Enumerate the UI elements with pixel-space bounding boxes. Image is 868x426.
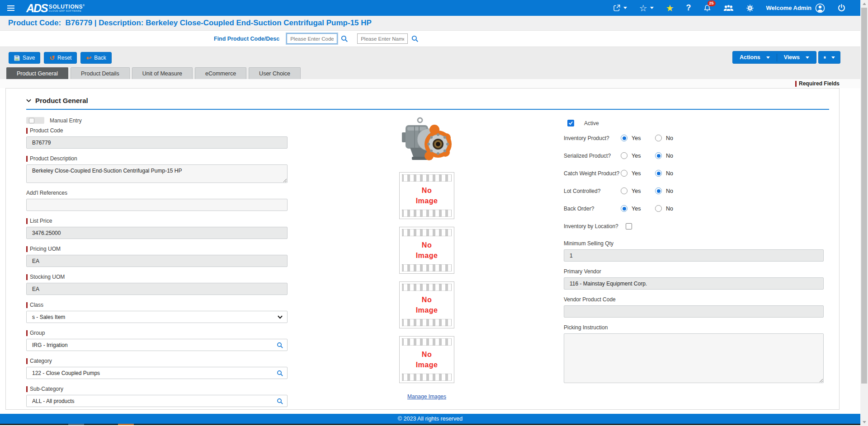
sub-category-field: Sub-Category [26,386,288,407]
product-name-search-input[interactable] [357,33,408,44]
scrollbar-thumb[interactable] [861,8,867,384]
record-buttons: Save ↺ Reset ↩ Back [9,52,112,64]
primary-vendor-input[interactable] [564,277,824,290]
no-image-text: No [422,349,432,360]
scrollbar-up-arrow[interactable] [863,3,866,5]
required-bar-icon [26,358,28,364]
product-code-label: Product Code [30,127,63,134]
picking-instruction-field: Picking Instruction [564,324,824,383]
product-description-textarea[interactable]: Berkeley Close-Coupled End-Suction Centr… [26,164,288,183]
save-floppy-icon [14,55,20,61]
catch-weight-radio-row: Catch Weight Product? Yes No [564,170,824,177]
minimum-selling-qty-field: Minimum Selling Qty [564,240,824,262]
back-order-radio-row: Back Order? Yes No [564,205,824,212]
sub-category-input[interactable] [26,395,288,407]
favorites-star-outline-icon[interactable]: ☆ [639,4,654,12]
image-placeholder-2[interactable]: No Image [399,227,454,274]
favorite-star-icon[interactable]: ★ [666,4,674,12]
product-code-search-input[interactable] [287,33,337,44]
save-button[interactable]: Save [9,52,40,64]
tab-user-choice[interactable]: User Choice [249,67,301,79]
list-price-input[interactable] [26,227,288,239]
no-option-label: No [666,170,684,177]
settings-gear-icon[interactable] [746,4,754,12]
manual-entry-checkbox[interactable] [26,117,44,124]
manage-images-link[interactable]: Manage Images [407,393,446,400]
required-fields-note: Required Fields [0,79,860,88]
addl-references-input[interactable] [26,199,288,211]
inventory-by-location-checkbox[interactable] [626,223,632,229]
serialized-product-yes-radio[interactable] [621,152,627,159]
share-icon[interactable] [613,4,627,12]
section-collapse-toggle[interactable]: Product General [26,97,88,104]
product-description-field: Product Description Berkeley Close-Coupl… [26,155,288,183]
required-bar-icon [26,218,28,224]
filmstrip-band [402,210,452,217]
app-logo[interactable]: ADS SOLUTIONS® CLOUD ERP SOFTWARE [26,3,85,13]
image-placeholder-3[interactable]: No Image [399,281,454,328]
catch-weight-no-radio[interactable] [655,170,662,177]
required-bar-icon [26,156,28,162]
section-divider [26,109,829,110]
views-button-label: Views [784,54,800,61]
select-chevron-icon [278,315,283,319]
minimum-selling-qty-input[interactable] [564,249,824,262]
required-bar-icon [26,386,28,392]
actions-button[interactable]: Actions [733,51,777,63]
logo-name: SOLUTIONS [49,4,83,10]
taskbar-sliver [0,424,860,425]
actions-views-group: Actions Views [732,51,816,64]
find-product-row: Find Product Code/Desc [0,31,860,47]
notes-button[interactable] [818,51,840,64]
vendor-product-code-input[interactable] [564,305,824,318]
navbar-actions: ☆ ★ ? 25 Welcome Admin [613,3,846,13]
inventory-product-yes-radio[interactable] [621,135,627,141]
views-button[interactable]: Views [777,51,816,63]
back-order-no-radio[interactable] [655,205,662,212]
tab-ecommerce[interactable]: eCommerce [195,67,246,79]
minimum-selling-qty-label: Minimum Selling Qty [564,240,613,247]
image-placeholder-4[interactable]: No Image [399,336,454,383]
welcome-user-label: Welcome Admin [766,5,811,11]
product-code-input[interactable] [26,136,288,149]
users-icon[interactable] [723,4,734,12]
active-checkbox[interactable] [567,120,574,126]
category-input[interactable] [26,367,288,379]
scrollbar-down-arrow[interactable] [863,421,866,423]
tab-unit-of-measure[interactable]: Unit of Measure [132,67,193,79]
tab-product-general[interactable]: Product General [6,67,68,79]
serialized-product-no-radio[interactable] [655,152,662,159]
welcome-user[interactable]: Welcome Admin [766,3,825,13]
find-name-input-wrap [357,33,408,44]
sub-category-lookup-search-icon[interactable] [277,398,283,405]
back-order-yes-radio[interactable] [621,205,627,212]
power-logout-icon[interactable] [837,4,846,12]
list-price-label: List Price [30,218,52,224]
yes-option-label: Yes [632,206,655,212]
stocking-uom-input[interactable] [26,283,288,295]
search-code-icon[interactable] [341,35,348,42]
picking-instruction-textarea[interactable] [564,333,824,383]
image-placeholder-1[interactable]: No Image [399,172,454,219]
menu-hamburger-icon[interactable] [6,4,15,13]
inventory-product-no-radio[interactable] [655,135,662,141]
search-name-icon[interactable] [411,35,419,42]
back-button[interactable]: ↩ Back [80,52,111,64]
reset-button[interactable]: ↺ Reset [44,52,77,64]
group-lookup-search-icon[interactable] [277,342,283,349]
app-viewport: ADS SOLUTIONS® CLOUD ERP SOFTWARE ☆ ★ ? … [0,0,868,426]
catch-weight-yes-radio[interactable] [621,170,627,177]
vertical-scrollbar[interactable] [860,0,868,426]
check-icon [568,121,573,126]
list-price-field: List Price [26,218,288,239]
category-lookup-search-icon[interactable] [277,370,283,377]
class-select[interactable]: s - Sales Item [26,311,288,323]
tab-product-details[interactable]: Product Details [71,67,130,79]
required-bar-icon [26,274,28,280]
notifications-bell-icon[interactable]: 25 [703,4,711,12]
lot-controlled-yes-radio[interactable] [621,187,627,194]
help-icon[interactable]: ? [686,3,691,13]
lot-controlled-no-radio[interactable] [655,187,662,194]
group-input[interactable] [26,339,288,351]
pricing-uom-input[interactable] [26,255,288,267]
